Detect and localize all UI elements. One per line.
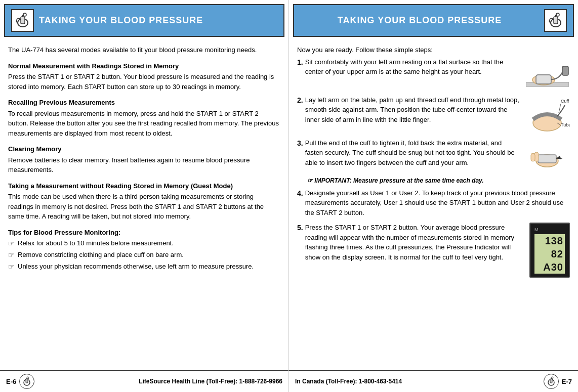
svg-text:Cuff: Cuff (561, 99, 569, 104)
tip-2: ☞ Remove constricting clothing and place… (8, 250, 280, 260)
step-2: 2. Lay left arm on the table, palm up an… (297, 95, 570, 133)
tip-text-1: Relax for about 5 to 10 minutes before m… (18, 238, 174, 248)
tips-title: Tips for Blood Pressure Monitoring: (8, 228, 280, 238)
right-header-icon (544, 9, 567, 32)
step-4-num: 4. (297, 188, 303, 199)
monitor-display: M 138 82 A30 (529, 223, 570, 278)
tip-1: ☞ Relax for about 5 to 10 minutes before… (8, 238, 280, 249)
svg-point-11 (556, 13, 559, 16)
left-footer-bp-icon (19, 374, 34, 389)
tip-icon-3: ☞ (8, 262, 15, 272)
right-page-num: E-7 (562, 378, 572, 385)
left-footer-left: E-6 (6, 374, 34, 389)
step-1: 1. Sit comfortably with your left arm re… (297, 57, 570, 90)
tip-icon-1: ☞ (8, 238, 15, 249)
right-intro: Now you are ready. Follow these simple s… (297, 45, 570, 55)
left-page: TAKING YOUR BLOOD PRESSURE The UA-774 ha… (0, 0, 289, 392)
left-header-title: TAKING YOUR BLOOD PRESSURE (39, 15, 203, 26)
section-guest-body: This mode can be used when there is a th… (8, 192, 280, 222)
step-3: 3. Pull the end of the cuff to tighten i… (297, 138, 570, 171)
svg-rect-27 (550, 379, 552, 383)
step-2-image: Cuff Tube (524, 95, 570, 133)
tip-text-2: Remove constricting clothing and place c… (18, 250, 184, 260)
svg-rect-15 (562, 66, 568, 75)
step-3-image (524, 138, 570, 171)
bp-monitor-icon (14, 12, 32, 30)
step-5: 5. Press the START 1 or START 2 button. … (297, 223, 570, 278)
right-page-footer: In Canada (Toll-Free): 1-800-463-5414 E-… (289, 370, 578, 392)
right-footer-right: E-7 (544, 374, 572, 389)
svg-rect-24 (531, 153, 535, 161)
step-4: 4. Designate yourself as User 1 or User … (297, 188, 570, 218)
step-1-image (524, 57, 570, 90)
left-lifesource-label: LifeSource Health Line (Toll-Free): 1-88… (139, 378, 282, 385)
right-canada-label: In Canada (Toll-Free): 1-800-463-5414 (295, 378, 402, 385)
step-5-content: Press the START 1 or START 2 button. You… (305, 223, 525, 262)
right-header-title: TAKING YOUR BLOOD PRESSURE (300, 15, 539, 26)
svg-rect-1 (21, 17, 25, 24)
section-clearing: Clearing Memory Remove batteries to clea… (8, 144, 280, 175)
left-intro: The UA-774 has several modes available t… (8, 45, 280, 55)
step-3-num: 3. (297, 138, 303, 149)
arm-resting-svg (526, 57, 569, 90)
right-page: TAKING YOUR BLOOD PRESSURE Now you are r… (289, 0, 578, 392)
step-1-text: Sit comfortably with your left arm resti… (305, 58, 504, 76)
svg-rect-22 (538, 155, 556, 163)
monitor-row-3: A30 (534, 260, 565, 274)
section-recall: Recalling Previous Measurements To recal… (8, 98, 280, 138)
cuff-diagram-svg: Cuff Tube (524, 95, 570, 133)
left-page-footer: E-6 LifeSource Health Line (Toll-Free): … (0, 370, 288, 392)
right-page-header: TAKING YOUR BLOOD PRESSURE (293, 4, 574, 37)
section-normal-title: Normal Measurement with Readings Stored … (8, 61, 280, 71)
step-2-content: Lay left arm on the table, palm up and t… (305, 95, 520, 125)
svg-point-3 (23, 13, 26, 16)
step-3-text: Pull the end of the cuff to tighten it, … (305, 139, 515, 166)
important-note: IMPORTANT: Measure pressure at the same … (297, 176, 570, 185)
section-guest: Taking a Measurement without Reading Sto… (8, 181, 280, 222)
tip-text-3: Unless your physician recommends otherwi… (18, 262, 254, 272)
monitor-row-1: 138 (534, 234, 565, 247)
section-clearing-title: Clearing Memory (8, 144, 280, 154)
svg-rect-9 (554, 17, 558, 24)
section-recall-title: Recalling Previous Measurements (8, 98, 280, 108)
section-guest-title: Taking a Measurement without Reading Sto… (8, 181, 280, 191)
svg-text:Tube: Tube (561, 122, 570, 127)
step-2-num: 2. (297, 95, 303, 106)
left-page-body: The UA-774 has several modes available t… (0, 37, 288, 370)
step-3-content: Pull the end of the cuff to tighten it, … (305, 138, 520, 168)
footer-bp-icon-svg (22, 376, 32, 386)
section-normal-measurement: Normal Measurement with Readings Stored … (8, 61, 280, 92)
step-5-text: Press the START 1 or START 2 button. You… (305, 224, 514, 261)
monitor-row-2: 82 (534, 247, 565, 260)
section-recall-body: To recall previous measurements in memor… (8, 109, 280, 139)
left-page-num: E-6 (6, 378, 16, 385)
right-bp-monitor-icon (547, 12, 565, 30)
step-5-num: 5. (297, 223, 303, 233)
tip-3: ☞ Unless your physician recommends other… (8, 262, 280, 272)
step-5-image: M 138 82 A30 (529, 223, 570, 278)
right-footer-bp-icon (544, 374, 559, 389)
left-page-header: TAKING YOUR BLOOD PRESSURE (4, 4, 284, 37)
step-4-text: Designate yourself as User 1 or User 2. … (305, 189, 564, 216)
step-1-content: Sit comfortably with your left arm resti… (305, 57, 520, 77)
right-footer-bp-icon-svg (546, 376, 556, 386)
tighten-cuff-svg (527, 138, 567, 171)
step-1-num: 1. (297, 57, 303, 68)
left-header-icon (11, 9, 34, 32)
section-clearing-body: Remove batteries to clear memory. Insert… (8, 155, 280, 175)
right-page-body: Now you are ready. Follow these simple s… (289, 37, 578, 370)
section-normal-body: Press the START 1 or START 2 button. You… (8, 72, 280, 92)
section-tips: Tips for Blood Pressure Monitoring: ☞ Re… (8, 228, 280, 273)
step-2-text: Lay left arm on the table, palm up and t… (305, 96, 519, 123)
tip-icon-2: ☞ (8, 250, 15, 260)
svg-rect-14 (536, 75, 551, 84)
svg-rect-5 (26, 379, 28, 383)
step-4-content: Designate yourself as User 1 or User 2. … (305, 188, 570, 218)
